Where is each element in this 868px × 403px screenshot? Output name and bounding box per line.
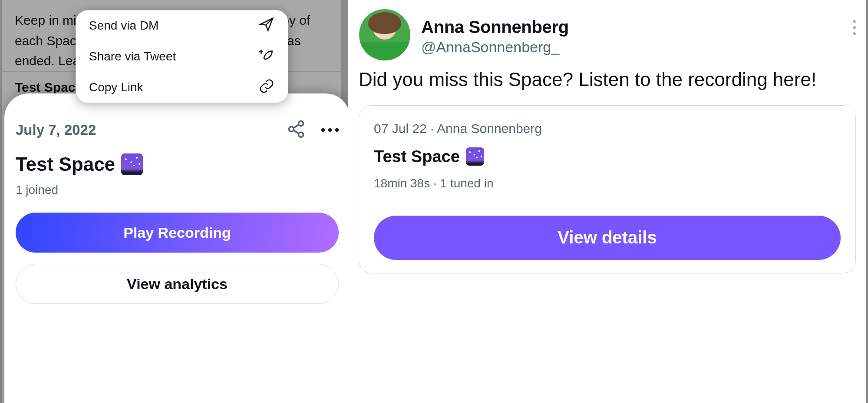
quote-title: Test Space — [374, 147, 841, 166]
space-quote-card[interactable]: 07 Jul 22 · Anna Sonnenberg Test Space 1… — [359, 105, 856, 273]
svg-point-0 — [299, 121, 304, 126]
share-menu-label: Share via Tweet — [89, 50, 176, 63]
send-icon — [258, 16, 275, 36]
quote-subtitle: 18min 38s · 1 tuned in — [374, 177, 841, 190]
tweet-header: Anna Sonnenberg @AnnaSonnenberg_ — [348, 0, 866, 61]
play-recording-button[interactable]: Play Recording — [16, 213, 339, 253]
svg-line-4 — [294, 130, 299, 134]
share-menu-item-dm[interactable]: Send via DM — [76, 10, 288, 41]
more-options-icon[interactable] — [321, 128, 339, 132]
left-panel: Keep in mind you can still share a recor… — [2, 0, 341, 403]
milky-way-icon — [121, 153, 143, 175]
space-title-text: Test Space — [16, 153, 115, 175]
share-icon[interactable] — [287, 120, 306, 140]
share-menu-item-tweet[interactable]: Share via Tweet — [76, 41, 288, 72]
svg-point-2 — [299, 132, 304, 137]
link-icon — [258, 78, 275, 97]
svg-line-3 — [294, 125, 299, 128]
share-menu-item-copy[interactable]: Copy Link — [76, 72, 288, 103]
quote-title-text: Test Space — [374, 147, 460, 166]
view-analytics-button[interactable]: View analytics — [16, 264, 339, 304]
view-details-button[interactable]: View details — [374, 216, 841, 260]
tweet-text: Did you miss this Space? Listen to the r… — [348, 61, 866, 93]
space-date: July 7, 2022 — [16, 122, 96, 138]
compose-tweet-icon — [258, 47, 275, 67]
user-handle[interactable]: @AnnaSonnenberg_ — [421, 39, 842, 56]
share-menu-label: Copy Link — [89, 80, 143, 94]
quote-meta: 07 Jul 22 · Anna Sonnenberg — [374, 121, 841, 136]
share-menu-label: Send via DM — [89, 19, 158, 33]
space-detail-card: July 7, 2022 Test Space 1 joined Play Re… — [4, 93, 350, 403]
milky-way-icon — [466, 147, 484, 166]
joined-count: 1 joined — [16, 183, 339, 197]
avatar[interactable] — [359, 9, 411, 61]
tweet-more-icon[interactable] — [853, 9, 856, 35]
space-title: Test Space — [16, 153, 339, 175]
share-popover: Send via DM Share via Tweet Copy Link — [76, 10, 288, 103]
svg-point-1 — [289, 127, 294, 132]
right-panel: Anna Sonnenberg @AnnaSonnenberg_ Did you… — [348, 0, 866, 403]
display-name[interactable]: Anna Sonnenberg — [421, 17, 842, 37]
